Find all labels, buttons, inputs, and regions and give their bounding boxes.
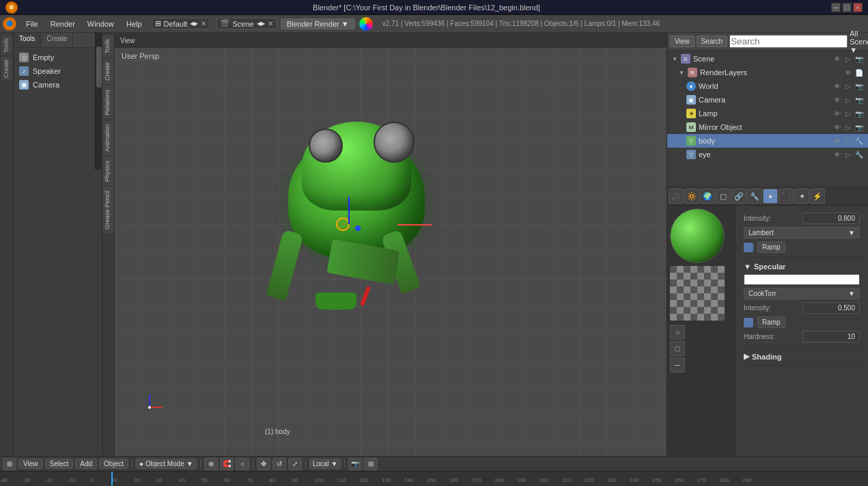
list-item-camera[interactable]: ▣ Camera (14, 78, 102, 92)
strip-tab-create[interactable]: Create (102, 57, 114, 85)
specular-shader-dropdown[interactable]: CookTorr ▼ (744, 288, 860, 299)
rotate-btn[interactable]: ↺ (272, 458, 286, 470)
close-btn[interactable]: × (853, 3, 863, 12)
select-menu-btn[interactable]: Select (45, 459, 74, 469)
list-item-speaker[interactable]: ♪ Speaker (14, 64, 102, 78)
sidebar-tab-create[interactable]: Create (1, 57, 12, 81)
scene-render[interactable]: 📷 (854, 54, 864, 64)
layer-btn[interactable]: ⊞ (364, 458, 378, 470)
preview-cube-btn[interactable]: □ (670, 341, 685, 356)
strip-tab-relations[interactable]: Relations (102, 85, 114, 120)
prop-scene-icon[interactable]: 🔆 (684, 189, 699, 204)
prop-object-icon[interactable]: ▢ (716, 189, 731, 204)
search-btn[interactable]: Search (697, 36, 728, 47)
outliner-search[interactable] (729, 35, 848, 48)
menu-render[interactable]: Render (45, 18, 81, 29)
tree-item-renderlayers[interactable]: ▼ R RenderLayers 👁 📄 (667, 66, 868, 79)
lamp-eye[interactable]: 👁 (832, 109, 842, 118)
view-cube-icon[interactable]: ⊞ (3, 458, 16, 470)
lamp-render[interactable]: 📷 (854, 109, 864, 118)
panel-scrollbar[interactable] (95, 33, 102, 170)
renderlayers-eye[interactable]: 👁 (843, 68, 853, 77)
translate-btn[interactable]: ✥ (257, 458, 270, 470)
strip-tab-physics[interactable]: Physics (102, 156, 114, 186)
menu-help[interactable]: Help (121, 18, 148, 29)
eye-restrict[interactable]: ▷ (843, 150, 853, 159)
tree-item-world[interactable]: ● World 👁 ▷ 📷 (667, 79, 868, 93)
mode-selector[interactable]: ● Object Mode ▼ (136, 459, 197, 469)
workspace-close[interactable]: ✕ (201, 20, 206, 27)
prop-material-icon[interactable]: ● (763, 189, 778, 204)
tree-item-eye[interactable]: ▽ eye 👁 ▷ 🔧 (667, 148, 868, 161)
world-restrict[interactable]: ▷ (843, 81, 853, 91)
object-menu-btn[interactable]: Object (99, 459, 128, 469)
scene-selector[interactable]: 🎬 Scene ◀▶ ✕ (216, 18, 276, 29)
world-render[interactable]: 📷 (854, 81, 864, 91)
workspace-selector[interactable]: ⊞ Default ◀▶ ✕ (152, 18, 210, 29)
prop-constraints-icon[interactable]: 🔗 (731, 189, 746, 204)
tree-item-body[interactable]: ▽ body 👁 ▷ 🔧 (667, 134, 868, 148)
shading-header[interactable]: ▶ Shading (744, 350, 860, 363)
strip-tab-grease-pencil[interactable]: Grease Pencil (102, 186, 114, 234)
body-restrict[interactable]: ▷ (843, 136, 853, 146)
renderlayers-icon-btn[interactable]: 📄 (854, 68, 864, 77)
prop-world-icon[interactable]: 🌍 (700, 189, 715, 204)
view-btn[interactable]: View (670, 36, 695, 47)
strip-tab-tools[interactable]: Tools (102, 34, 114, 57)
prop-physics-icon[interactable]: ⚡ (810, 189, 825, 204)
prop-modifier-icon[interactable]: 🔧 (747, 189, 762, 204)
scene-restrict[interactable]: ▷ (843, 54, 853, 64)
camera-render[interactable]: 📷 (854, 95, 864, 105)
global-orientation-btn[interactable]: ⊕ (204, 458, 218, 470)
menu-window[interactable]: Window (82, 18, 120, 29)
maximize-btn[interactable]: □ (842, 3, 852, 12)
body-render[interactable]: 🔧 (854, 136, 864, 146)
shader-dropdown[interactable]: Lambert ▼ (744, 227, 860, 239)
minimize-btn[interactable]: ─ (831, 3, 841, 12)
panel-tab-create[interactable]: Create (41, 33, 73, 47)
scale-btn[interactable]: ⤢ (288, 458, 302, 470)
specular-ramp-checkbox[interactable] (744, 318, 753, 327)
snap-btn[interactable]: 🧲 (220, 458, 234, 470)
view-menu-btn[interactable]: View (18, 459, 43, 469)
tree-item-lamp[interactable]: ☀ Lamp 👁 ▷ 📷 (667, 107, 868, 120)
eye-render[interactable]: 🔧 (854, 150, 864, 159)
specular-ramp-btn[interactable]: Ramp (757, 316, 785, 328)
preview-plane-btn[interactable]: ─ (670, 357, 685, 373)
mirror-eye[interactable]: 👁 (832, 122, 842, 132)
strip-tab-animation[interactable]: Animation (102, 120, 114, 156)
expand-scene[interactable]: ▼ (671, 55, 678, 62)
specular-intensity-input[interactable]: 0.500 (802, 302, 860, 314)
timeline-track[interactable]: -40 -30 -20 -10 0 10 20 30 40 50 60 70 8… (0, 472, 868, 486)
expand-renderlayers[interactable]: ▼ (678, 69, 685, 76)
sidebar-tab-tools[interactable]: Tools (1, 36, 12, 55)
body-eye[interactable]: 👁 (832, 136, 842, 146)
scene-eye-icon[interactable]: 👁 (832, 54, 842, 64)
mirror-restrict[interactable]: ▷ (843, 122, 853, 132)
render-engine-selector[interactable]: Blender Render ▼ (281, 18, 355, 29)
ramp-button[interactable]: Ramp (757, 241, 785, 253)
preview-sphere-btn[interactable]: ○ (670, 325, 685, 340)
proportional-btn[interactable]: ○ (236, 458, 249, 470)
ramp-checkbox[interactable] (744, 243, 753, 252)
prop-render-icon[interactable]: 🎥 (669, 189, 684, 204)
camera-eye[interactable]: 👁 (832, 95, 842, 105)
camera-restrict[interactable]: ▷ (843, 95, 853, 105)
tree-item-scene[interactable]: ▼ S Scene 👁 ▷ 📷 (667, 52, 868, 66)
pivot-selector[interactable]: Local ▼ (309, 459, 341, 469)
panel-tab-tools[interactable]: Tools (14, 33, 41, 47)
camera-view-btn[interactable]: 📷 (348, 458, 362, 470)
scroll-handle[interactable] (96, 46, 102, 87)
mirror-render[interactable]: 📷 (854, 122, 864, 132)
prop-texture-icon[interactable]: ⬛ (779, 189, 794, 204)
hardness-input[interactable]: 10 (802, 331, 860, 342)
add-menu-btn[interactable]: Add (75, 459, 97, 469)
scene-close[interactable]: ✕ (268, 20, 273, 27)
list-item-empty[interactable]: ◇ Empty (14, 51, 102, 64)
eye-eye[interactable]: 👁 (832, 150, 842, 159)
tree-item-camera[interactable]: ▣ Camera 👁 ▷ 📷 (667, 93, 868, 107)
tree-item-mirror[interactable]: M Mirror Object 👁 ▷ 📷 (667, 120, 868, 134)
prop-particles-icon[interactable]: ✦ (794, 189, 809, 204)
menu-file[interactable]: File (20, 18, 44, 29)
specular-header[interactable]: ▼ Specular (744, 260, 860, 273)
